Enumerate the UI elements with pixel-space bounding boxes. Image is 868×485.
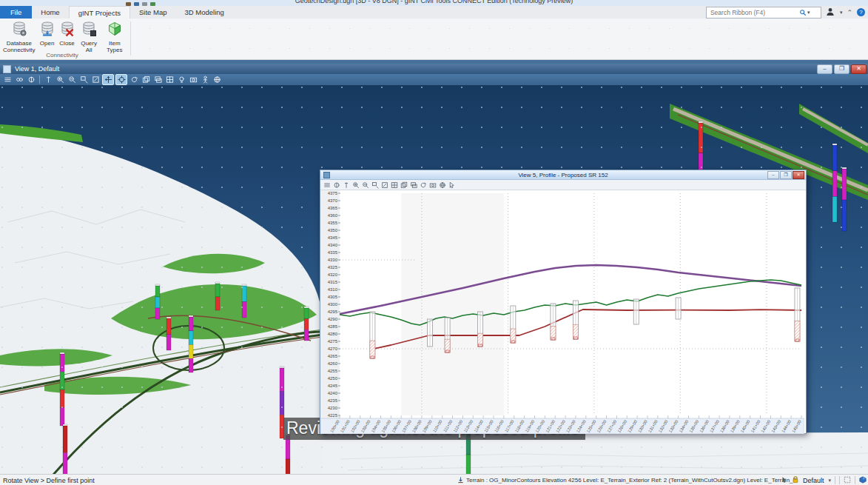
selection-set-icon[interactable]	[844, 476, 851, 485]
globe-icon[interactable]	[438, 181, 447, 189]
view1-window-icon	[3, 65, 11, 73]
tab-gint-projects[interactable]: gINT Projects	[69, 6, 130, 19]
collapse-ribbon-icon[interactable]: ⌃	[847, 9, 852, 16]
open-button[interactable]: Open	[38, 20, 57, 48]
database-connectivity-button[interactable]: Database Connectivity	[1, 20, 37, 54]
globe-icon[interactable]	[212, 75, 222, 84]
svg-text:4290: 4290	[328, 317, 338, 321]
zoom-win-icon[interactable]	[371, 181, 380, 189]
profile-borehole[interactable]	[573, 301, 578, 339]
target-icon[interactable]	[115, 74, 127, 85]
zoom-out-icon[interactable]	[67, 75, 77, 84]
camera-icon[interactable]	[188, 75, 198, 84]
db-gear-icon	[11, 21, 27, 40]
svg-text:4320: 4320	[328, 272, 338, 277]
zoom-win-icon[interactable]	[78, 75, 89, 84]
copy-view-icon[interactable]	[400, 181, 408, 189]
tab-site-map[interactable]: Site Map	[130, 6, 176, 19]
svg-text:4325: 4325	[328, 265, 338, 270]
profile-borehole[interactable]	[551, 304, 556, 340]
station-axis: 100+00101+00102+00103+00104+00105+00106+…	[320, 415, 804, 434]
profile-restore-button[interactable]: ❐	[780, 171, 792, 179]
query-all-button[interactable]: Query All	[78, 20, 101, 54]
view1-close-button[interactable]: ✕	[851, 64, 867, 74]
bulb-icon[interactable]	[176, 75, 186, 84]
man-icon[interactable]	[200, 75, 210, 84]
tab-3d-modeling[interactable]: 3D Modeling	[176, 6, 233, 19]
svg-text:4360: 4360	[328, 213, 338, 218]
svg-text:4240: 4240	[328, 391, 338, 395]
svg-text:4270: 4270	[328, 347, 338, 351]
sign-in-user-icon[interactable]	[826, 6, 835, 19]
chain-icon[interactable]	[14, 75, 24, 84]
workflow-caret-icon[interactable]: ▾	[828, 478, 831, 484]
search-icon[interactable]	[799, 6, 807, 19]
pin-icon[interactable]	[43, 75, 53, 84]
view1-toolbar	[0, 74, 868, 85]
pan-icon[interactable]	[102, 74, 114, 85]
profile-close-button[interactable]: ✕	[793, 171, 804, 179]
view1-title: View 1, Default	[15, 65, 59, 73]
quick-access-toolbar[interactable]	[126, 0, 155, 6]
profile-borehole[interactable]	[633, 299, 639, 324]
application-window: GeotechDesign.dgn [3D - V8 DGN] - gINT C…	[0, 0, 868, 485]
profile-borehole[interactable]	[445, 318, 450, 352]
profile-toolbar	[320, 180, 806, 190]
profile-borehole[interactable]	[676, 298, 681, 319]
profile-borehole[interactable]	[370, 312, 375, 358]
lock-icon[interactable]	[792, 475, 799, 485]
zoom-in-icon[interactable]	[351, 181, 360, 189]
view1-titlebar[interactable]: View 1, Default – ❐ ✕	[0, 64, 868, 74]
svg-text:4330: 4330	[328, 258, 338, 262]
profile-chart[interactable]: 4375437043654360435543504345434043354330…	[320, 190, 804, 434]
rotate-icon[interactable]	[419, 181, 428, 189]
fit-icon[interactable]	[90, 75, 101, 84]
tile-icon[interactable]	[164, 75, 175, 84]
search-caret-icon[interactable]: ▾	[807, 10, 810, 16]
camera-icon[interactable]	[428, 181, 437, 189]
copy-view-icon[interactable]	[141, 75, 151, 84]
close-button[interactable]: Close	[58, 20, 77, 48]
profile-window[interactable]: View 5, Profile - Proposed SR 152 – ❐ ✕ …	[320, 170, 807, 434]
view1-minimize-button[interactable]: –	[817, 64, 832, 74]
svg-text:4375: 4375	[328, 191, 338, 195]
status-bar: Rotate View > Define first point Terrain…	[0, 474, 868, 485]
menu-icon[interactable]	[2, 75, 13, 84]
tile-icon[interactable]	[390, 181, 399, 189]
profile-title: View 5, Profile - Proposed SR 152	[320, 172, 806, 178]
fit-icon[interactable]	[380, 181, 389, 189]
tab-home[interactable]: Home	[32, 6, 68, 19]
profile-titlebar[interactable]: View 5, Profile - Proposed SR 152 – ❐ ✕	[320, 170, 806, 180]
arrow-icon[interactable]	[448, 181, 457, 189]
item-types-button[interactable]: Item Types	[101, 20, 128, 54]
svg-text:4230: 4230	[328, 406, 338, 410]
view1-restore-button[interactable]: ❐	[834, 64, 850, 74]
style-icon[interactable]	[332, 181, 341, 189]
active-workflow[interactable]: Default	[803, 477, 824, 484]
svg-text:4285: 4285	[328, 324, 338, 329]
rotate-icon[interactable]	[129, 75, 139, 84]
menu-icon[interactable]	[323, 181, 332, 189]
profile-borehole[interactable]	[795, 288, 800, 341]
help-icon[interactable]: ?	[857, 8, 865, 16]
search-ribbon-box[interactable]: ▾	[706, 7, 821, 19]
ribbon: Database ConnectivityOpenCloseQuery AllI…	[0, 19, 868, 60]
svg-text:4310: 4310	[328, 287, 338, 292]
profile-borehole[interactable]	[511, 306, 516, 343]
tab-file[interactable]: File	[0, 6, 32, 19]
profile-borehole[interactable]	[428, 319, 433, 347]
search-input[interactable]	[709, 8, 799, 17]
cascade-icon[interactable]	[409, 181, 418, 189]
zoom-out-icon[interactable]	[361, 181, 370, 189]
cascade-icon[interactable]	[152, 75, 163, 84]
itemset-icon[interactable]	[859, 476, 867, 485]
sign-in-caret-icon[interactable]: ▾	[840, 10, 843, 16]
zoom-in-icon[interactable]	[55, 75, 65, 84]
style-icon[interactable]	[26, 75, 36, 84]
profile-minimize-button[interactable]: –	[767, 171, 779, 179]
svg-text:4315: 4315	[328, 280, 338, 284]
svg-text:4235: 4235	[328, 398, 338, 403]
profile-borehole[interactable]	[477, 312, 482, 347]
pin-icon[interactable]	[342, 181, 351, 189]
pointer-icon[interactable]	[781, 476, 788, 485]
